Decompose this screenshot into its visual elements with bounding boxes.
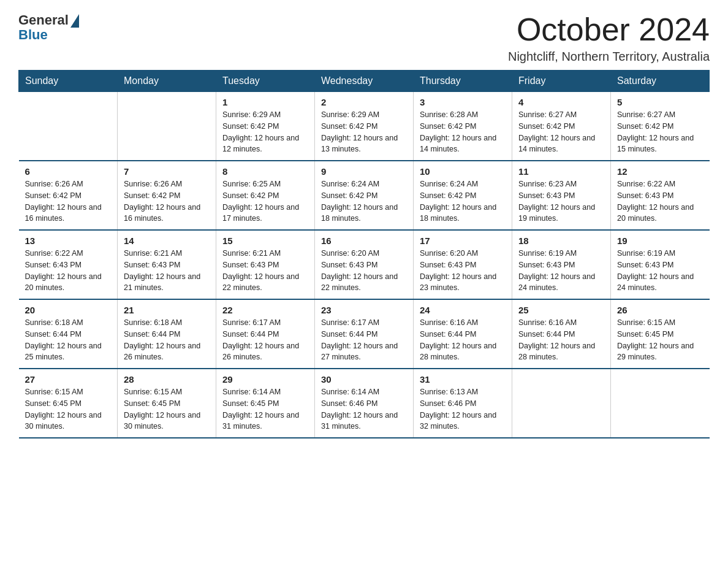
day-number: 27 xyxy=(25,374,112,385)
day-info: Sunrise: 6:18 AM Sunset: 6:44 PM Dayligh… xyxy=(124,317,210,363)
calendar-cell: 29Sunrise: 6:14 AM Sunset: 6:45 PM Dayli… xyxy=(216,369,315,438)
day-number: 22 xyxy=(222,305,308,315)
day-number: 18 xyxy=(518,236,604,246)
calendar-header-sunday: Sunday xyxy=(19,71,118,92)
day-info: Sunrise: 6:28 AM Sunset: 6:42 PM Dayligh… xyxy=(420,109,506,155)
day-info: Sunrise: 6:20 AM Sunset: 6:43 PM Dayligh… xyxy=(321,248,407,294)
day-info: Sunrise: 6:27 AM Sunset: 6:42 PM Dayligh… xyxy=(518,109,604,155)
logo-blue-text: Blue xyxy=(18,27,48,43)
day-number: 8 xyxy=(222,166,308,177)
day-number: 9 xyxy=(321,166,407,177)
day-number: 10 xyxy=(420,166,506,177)
day-number: 19 xyxy=(617,236,703,246)
day-info: Sunrise: 6:26 AM Sunset: 6:42 PM Dayligh… xyxy=(124,178,210,224)
calendar-cell: 3Sunrise: 6:28 AM Sunset: 6:42 PM Daylig… xyxy=(414,92,512,161)
title-section: October 2024 Nightcliff, Northern Territ… xyxy=(508,12,710,64)
day-number: 20 xyxy=(25,305,112,315)
day-info: Sunrise: 6:24 AM Sunset: 6:42 PM Dayligh… xyxy=(420,178,506,224)
calendar-header-tuesday: Tuesday xyxy=(216,71,315,92)
calendar-cell: 30Sunrise: 6:14 AM Sunset: 6:46 PM Dayli… xyxy=(315,369,414,438)
calendar-week-row: 6Sunrise: 6:26 AM Sunset: 6:42 PM Daylig… xyxy=(19,161,710,230)
day-info: Sunrise: 6:29 AM Sunset: 6:42 PM Dayligh… xyxy=(321,109,407,155)
logo: General Blue xyxy=(18,12,79,43)
page-header: General Blue October 2024 Nightcliff, No… xyxy=(18,12,710,64)
day-number: 28 xyxy=(124,374,210,385)
calendar-cell: 26Sunrise: 6:15 AM Sunset: 6:45 PM Dayli… xyxy=(611,299,710,369)
day-number: 24 xyxy=(420,305,506,315)
day-info: Sunrise: 6:13 AM Sunset: 6:46 PM Dayligh… xyxy=(420,386,506,432)
calendar-cell: 28Sunrise: 6:15 AM Sunset: 6:45 PM Dayli… xyxy=(118,369,216,438)
calendar-week-row: 20Sunrise: 6:18 AM Sunset: 6:44 PM Dayli… xyxy=(19,299,710,369)
day-info: Sunrise: 6:16 AM Sunset: 6:44 PM Dayligh… xyxy=(518,317,604,363)
day-number: 3 xyxy=(420,97,506,107)
calendar-cell xyxy=(118,92,216,161)
calendar-cell: 1Sunrise: 6:29 AM Sunset: 6:42 PM Daylig… xyxy=(216,92,315,161)
day-number: 5 xyxy=(617,97,703,107)
day-info: Sunrise: 6:24 AM Sunset: 6:42 PM Dayligh… xyxy=(321,178,407,224)
day-info: Sunrise: 6:14 AM Sunset: 6:45 PM Dayligh… xyxy=(222,386,308,432)
calendar-cell: 17Sunrise: 6:20 AM Sunset: 6:43 PM Dayli… xyxy=(414,230,512,299)
day-info: Sunrise: 6:14 AM Sunset: 6:46 PM Dayligh… xyxy=(321,386,407,432)
day-number: 15 xyxy=(222,236,308,246)
calendar-cell: 31Sunrise: 6:13 AM Sunset: 6:46 PM Dayli… xyxy=(414,369,512,438)
calendar-cell: 6Sunrise: 6:26 AM Sunset: 6:42 PM Daylig… xyxy=(19,161,118,230)
day-info: Sunrise: 6:15 AM Sunset: 6:45 PM Dayligh… xyxy=(617,317,703,363)
calendar-cell: 11Sunrise: 6:23 AM Sunset: 6:43 PM Dayli… xyxy=(512,161,611,230)
day-number: 2 xyxy=(321,97,407,107)
calendar-cell: 8Sunrise: 6:25 AM Sunset: 6:42 PM Daylig… xyxy=(216,161,315,230)
day-number: 23 xyxy=(321,305,407,315)
calendar-cell: 9Sunrise: 6:24 AM Sunset: 6:42 PM Daylig… xyxy=(315,161,414,230)
calendar-cell: 16Sunrise: 6:20 AM Sunset: 6:43 PM Dayli… xyxy=(315,230,414,299)
day-number: 13 xyxy=(25,236,112,246)
day-info: Sunrise: 6:18 AM Sunset: 6:44 PM Dayligh… xyxy=(25,317,112,363)
day-number: 30 xyxy=(321,374,407,385)
calendar-header-saturday: Saturday xyxy=(611,71,710,92)
day-info: Sunrise: 6:15 AM Sunset: 6:45 PM Dayligh… xyxy=(25,386,112,432)
day-info: Sunrise: 6:22 AM Sunset: 6:43 PM Dayligh… xyxy=(617,178,703,224)
day-info: Sunrise: 6:23 AM Sunset: 6:43 PM Dayligh… xyxy=(518,178,604,224)
calendar-cell xyxy=(611,369,710,438)
calendar-cell: 27Sunrise: 6:15 AM Sunset: 6:45 PM Dayli… xyxy=(19,369,118,438)
calendar-week-row: 1Sunrise: 6:29 AM Sunset: 6:42 PM Daylig… xyxy=(19,92,710,161)
day-info: Sunrise: 6:25 AM Sunset: 6:42 PM Dayligh… xyxy=(222,178,308,224)
day-number: 21 xyxy=(124,305,210,315)
calendar-header-monday: Monday xyxy=(118,71,216,92)
day-number: 1 xyxy=(222,97,308,107)
month-title: October 2024 xyxy=(508,12,710,47)
calendar-header-wednesday: Wednesday xyxy=(315,71,414,92)
calendar-cell: 4Sunrise: 6:27 AM Sunset: 6:42 PM Daylig… xyxy=(512,92,611,161)
day-number: 16 xyxy=(321,236,407,246)
calendar-cell: 20Sunrise: 6:18 AM Sunset: 6:44 PM Dayli… xyxy=(19,299,118,369)
calendar-cell: 25Sunrise: 6:16 AM Sunset: 6:44 PM Dayli… xyxy=(512,299,611,369)
calendar-cell: 22Sunrise: 6:17 AM Sunset: 6:44 PM Dayli… xyxy=(216,299,315,369)
day-number: 17 xyxy=(420,236,506,246)
day-number: 7 xyxy=(124,166,210,177)
calendar-header-friday: Friday xyxy=(512,71,611,92)
calendar-week-row: 13Sunrise: 6:22 AM Sunset: 6:43 PM Dayli… xyxy=(19,230,710,299)
day-number: 26 xyxy=(617,305,703,315)
calendar-cell: 10Sunrise: 6:24 AM Sunset: 6:42 PM Dayli… xyxy=(414,161,512,230)
day-info: Sunrise: 6:19 AM Sunset: 6:43 PM Dayligh… xyxy=(518,248,604,294)
day-info: Sunrise: 6:27 AM Sunset: 6:42 PM Dayligh… xyxy=(617,109,703,155)
day-info: Sunrise: 6:15 AM Sunset: 6:45 PM Dayligh… xyxy=(124,386,210,432)
day-info: Sunrise: 6:26 AM Sunset: 6:42 PM Dayligh… xyxy=(25,178,112,224)
calendar-cell: 19Sunrise: 6:19 AM Sunset: 6:43 PM Dayli… xyxy=(611,230,710,299)
day-info: Sunrise: 6:16 AM Sunset: 6:44 PM Dayligh… xyxy=(420,317,506,363)
calendar-cell: 2Sunrise: 6:29 AM Sunset: 6:42 PM Daylig… xyxy=(315,92,414,161)
location-text: Nightcliff, Northern Territory, Australi… xyxy=(508,50,710,64)
day-info: Sunrise: 6:17 AM Sunset: 6:44 PM Dayligh… xyxy=(321,317,407,363)
calendar-cell: 18Sunrise: 6:19 AM Sunset: 6:43 PM Dayli… xyxy=(512,230,611,299)
day-info: Sunrise: 6:21 AM Sunset: 6:43 PM Dayligh… xyxy=(222,248,308,294)
day-info: Sunrise: 6:21 AM Sunset: 6:43 PM Dayligh… xyxy=(124,248,210,294)
calendar-cell: 5Sunrise: 6:27 AM Sunset: 6:42 PM Daylig… xyxy=(611,92,710,161)
day-info: Sunrise: 6:29 AM Sunset: 6:42 PM Dayligh… xyxy=(222,109,308,155)
calendar-cell xyxy=(19,92,118,161)
calendar-cell: 7Sunrise: 6:26 AM Sunset: 6:42 PM Daylig… xyxy=(118,161,216,230)
calendar-table: SundayMondayTuesdayWednesdayThursdayFrid… xyxy=(18,70,710,439)
day-number: 14 xyxy=(124,236,210,246)
day-number: 31 xyxy=(420,374,506,385)
calendar-cell: 13Sunrise: 6:22 AM Sunset: 6:43 PM Dayli… xyxy=(19,230,118,299)
day-number: 11 xyxy=(518,166,604,177)
calendar-header-thursday: Thursday xyxy=(414,71,512,92)
calendar-cell xyxy=(512,369,611,438)
